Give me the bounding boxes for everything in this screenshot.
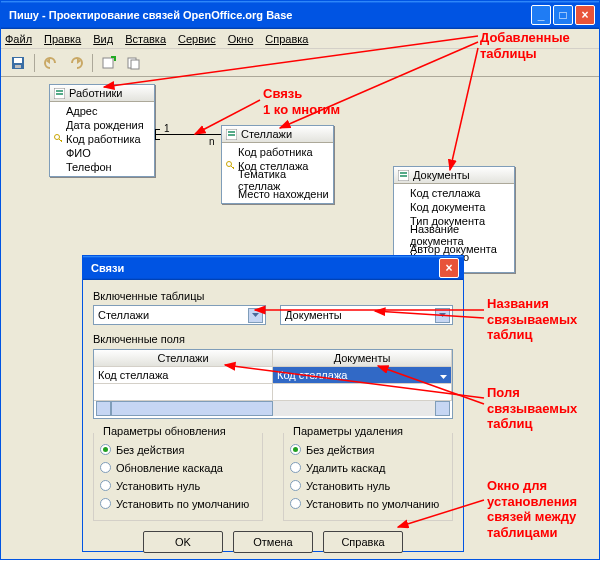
relation-connector[interactable]: [155, 134, 221, 135]
field-grid[interactable]: Стеллажи Документы Код стеллажа Код стел…: [93, 349, 453, 419]
field-item[interactable]: Телефон: [66, 161, 112, 173]
table-workers[interactable]: Работники Адрес Дата рождения Код работн…: [49, 84, 155, 177]
radio-update-cascade[interactable]: Обновление каскада: [100, 460, 256, 475]
close-button[interactable]: ×: [575, 5, 595, 25]
field-item[interactable]: ФИО: [66, 147, 91, 159]
svg-rect-2: [15, 65, 21, 68]
field-item[interactable]: Код работника: [66, 133, 141, 145]
radio-delete-null[interactable]: Установить нуль: [290, 478, 446, 493]
menu-tools[interactable]: Сервис: [178, 33, 216, 45]
menu-window[interactable]: Окно: [228, 33, 254, 45]
grid-cell-left[interactable]: Код стеллажа: [94, 367, 273, 384]
dialog-titlebar[interactable]: Связи ×: [83, 256, 463, 280]
svg-point-13: [227, 162, 232, 167]
annot-table-names: Названиясвязываемыхтаблиц: [487, 296, 577, 343]
svg-rect-8: [56, 93, 63, 95]
delete-options-group: Параметры удаления Без действия Удалить …: [283, 433, 453, 521]
svg-rect-1: [14, 58, 22, 63]
table-title: Документы: [413, 169, 470, 181]
included-tables-label: Включенные таблицы: [93, 290, 453, 302]
annot-dialog: Окно дляустановлениясвязей междутаблицам…: [487, 478, 577, 540]
menu-edit[interactable]: Правка: [44, 33, 81, 45]
undo-icon[interactable]: [40, 52, 62, 74]
grid-header-left: Стеллажи: [94, 350, 273, 367]
relation-label-1: 1: [164, 123, 170, 134]
update-legend: Параметры обновления: [100, 425, 229, 437]
field-item[interactable]: Код работника: [238, 146, 313, 158]
table-racks[interactable]: Стеллажи Код работника Код стеллажа Тема…: [221, 125, 334, 204]
update-options-group: Параметры обновления Без действия Обновл…: [93, 433, 263, 521]
included-fields-label: Включенные поля: [93, 333, 453, 345]
field-item[interactable]: Дата рождения: [66, 119, 144, 131]
svg-point-9: [55, 135, 60, 140]
svg-rect-7: [56, 90, 63, 92]
radio-update-default[interactable]: Установить по умолчанию: [100, 496, 256, 511]
radio-update-null[interactable]: Установить нуль: [100, 478, 256, 493]
chevron-down-icon[interactable]: [248, 308, 263, 323]
svg-rect-16: [400, 175, 407, 177]
chevron-down-icon[interactable]: [435, 308, 450, 323]
help-button[interactable]: Справка: [323, 531, 403, 553]
grid-scrollbar[interactable]: [96, 401, 450, 416]
combo-table-left[interactable]: Стеллажи: [93, 305, 266, 325]
annot-relation: Связь1 ко многим: [263, 86, 340, 117]
minimize-button[interactable]: _: [531, 5, 551, 25]
field-item[interactable]: Место нахождени: [238, 188, 329, 200]
combo-table-right[interactable]: Документы: [280, 305, 453, 325]
radio-delete-cascade[interactable]: Удалить каскад: [290, 460, 446, 475]
grid-cell-right[interactable]: Код стеллажа: [273, 367, 452, 384]
save-icon[interactable]: [7, 52, 29, 74]
svg-rect-12: [228, 134, 235, 136]
field-item[interactable]: Код стеллажа: [410, 187, 480, 199]
field-item[interactable]: Адрес: [66, 105, 98, 117]
relations-dialog[interactable]: Связи × Включенные таблицы Стеллажи Доку…: [82, 255, 464, 552]
svg-rect-3: [103, 58, 113, 68]
maximize-button[interactable]: □: [553, 5, 573, 25]
menu-insert[interactable]: Вставка: [125, 33, 166, 45]
dialog-title: Связи: [91, 262, 124, 274]
svg-rect-15: [400, 172, 407, 174]
delete-legend: Параметры удаления: [290, 425, 406, 437]
svg-rect-5: [131, 60, 139, 69]
svg-rect-11: [228, 131, 235, 133]
main-titlebar[interactable]: Пишу - Проектирование связей OpenOffice.…: [1, 1, 599, 29]
annot-field-names: Полясвязываемыхтаблиц: [487, 385, 577, 432]
menu-view[interactable]: Вид: [93, 33, 113, 45]
radio-delete-none[interactable]: Без действия: [290, 442, 446, 457]
field-item[interactable]: Код документа: [410, 201, 485, 213]
menu-file[interactable]: Файл: [5, 33, 32, 45]
grid-header-right: Документы: [273, 350, 452, 367]
relation-label-n: n: [209, 136, 215, 147]
table-title: Стеллажи: [241, 128, 292, 140]
add-tables-icon[interactable]: [123, 52, 145, 74]
menu-help[interactable]: Справка: [265, 33, 308, 45]
dialog-close-button[interactable]: ×: [439, 258, 459, 278]
redo-icon[interactable]: [65, 52, 87, 74]
ok-button[interactable]: OK: [143, 531, 223, 553]
app-title: Пишу - Проектирование связей OpenOffice.…: [9, 9, 292, 21]
annot-added-tables: Добавленныетаблицы: [480, 30, 570, 61]
radio-delete-default[interactable]: Установить по умолчанию: [290, 496, 446, 511]
table-title: Работники: [69, 87, 122, 99]
new-relation-icon[interactable]: [98, 52, 120, 74]
radio-update-none[interactable]: Без действия: [100, 442, 256, 457]
cancel-button[interactable]: Отмена: [233, 531, 313, 553]
